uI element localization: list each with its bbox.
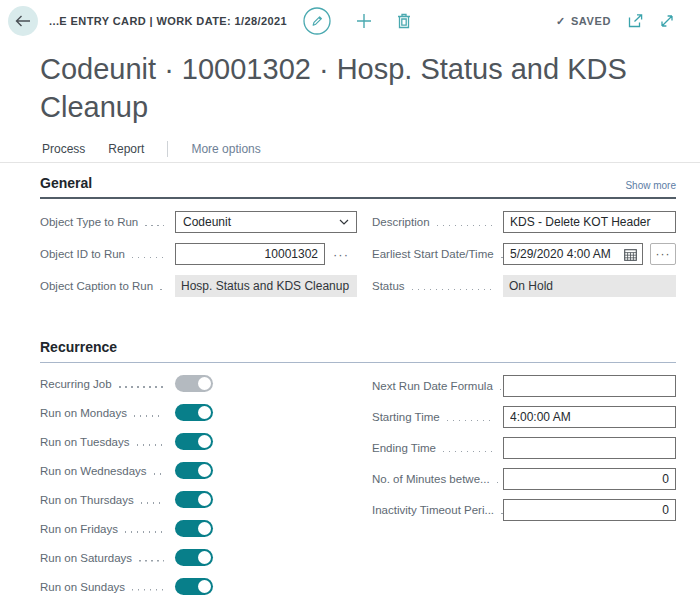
- field-object-caption-to-run: Object Caption to Run Hosp. Status and K…: [40, 275, 357, 297]
- field-label: Object Type to Run: [40, 216, 138, 228]
- expand-diagonal-icon: [660, 14, 674, 28]
- dotted-leader: [437, 224, 492, 226]
- recurrence-section-title[interactable]: Recurrence: [40, 339, 117, 355]
- run-on-thursdays-toggle[interactable]: [175, 491, 213, 508]
- field-label: Run on Mondays: [40, 407, 127, 419]
- general-section: General Show more Object Type to Run Cod…: [0, 175, 700, 307]
- topbar-actions: [303, 0, 411, 42]
- run-on-mondays-toggle[interactable]: [175, 404, 213, 421]
- field-label: Next Run Date Formula: [372, 380, 493, 392]
- field-label: Object Caption to Run: [40, 280, 153, 292]
- dotted-leader: [137, 444, 164, 446]
- starting-time-input[interactable]: [503, 406, 676, 428]
- field-run-on-thursdays: Run on Thursdays: [40, 491, 357, 508]
- description-input[interactable]: [503, 211, 676, 233]
- field-label: Run on Sundays: [40, 581, 125, 593]
- field-run-on-tuesdays: Run on Tuesdays: [40, 433, 357, 450]
- datetime-assist-button[interactable]: ···: [650, 243, 676, 265]
- open-in-new-window-button[interactable]: [628, 14, 643, 28]
- field-description: Description: [372, 211, 676, 233]
- dotted-leader: [160, 288, 164, 290]
- general-section-title[interactable]: General: [40, 175, 92, 191]
- field-run-on-sundays: Run on Sundays: [40, 578, 357, 595]
- field-label: Run on Saturdays: [40, 552, 132, 564]
- object-type-select[interactable]: Codeunit: [175, 211, 357, 233]
- saved-label: SAVED: [571, 15, 611, 27]
- back-button[interactable]: [8, 6, 38, 36]
- dotted-leader: [497, 481, 501, 483]
- dotted-leader: [132, 256, 164, 258]
- general-right-column: Description Earliest Start Date/Time: [372, 211, 676, 307]
- earliest-start-datetime-input[interactable]: [503, 243, 643, 265]
- page-title: Codeunit · 10001302 · Hosp. Status and K…: [40, 50, 676, 126]
- recurrence-right-column: Next Run Date Formula Starting Time Endi…: [372, 375, 676, 598]
- dotted-leader: [145, 224, 164, 226]
- field-label: Object ID to Run: [40, 248, 125, 260]
- field-next-run-date-formula: Next Run Date Formula: [372, 375, 676, 397]
- dotted-leader: [125, 531, 164, 533]
- field-label: Status: [372, 280, 405, 292]
- field-recurring-job: Recurring Job: [40, 375, 357, 392]
- status-readonly: On Hold: [503, 275, 676, 297]
- field-inactivity-timeout-period: Inactivity Timeout Peri...: [372, 499, 676, 521]
- dotted-leader: [139, 560, 164, 562]
- edit-button[interactable]: [303, 7, 331, 35]
- recurrence-left-column: Recurring Job Run on Mondays Run on Tues…: [40, 375, 357, 598]
- field-run-on-wednesdays: Run on Wednesdays: [40, 462, 357, 479]
- object-caption-readonly: Hosp. Status and KDS Cleanup: [175, 275, 357, 297]
- dotted-leader: [134, 415, 164, 417]
- menu-more-options[interactable]: More options: [191, 142, 260, 156]
- arrow-left-icon: [15, 15, 31, 27]
- document-caption: ...E ENTRY CARD | WORK DATE: 1/28/2021: [49, 15, 287, 27]
- expand-button[interactable]: [660, 14, 674, 28]
- field-ending-time: Ending Time: [372, 437, 676, 459]
- field-label: Description: [372, 216, 430, 228]
- field-label: Run on Tuesdays: [40, 436, 130, 448]
- dotted-leader: [447, 419, 492, 421]
- inactivity-timeout-period-input[interactable]: [503, 499, 676, 521]
- topbar-status-area: ✓ SAVED: [556, 0, 674, 42]
- new-button[interactable]: [356, 13, 372, 29]
- run-on-saturdays-toggle[interactable]: [175, 549, 213, 566]
- field-run-on-saturdays: Run on Saturdays: [40, 549, 357, 566]
- dotted-leader: [412, 288, 492, 290]
- show-more-link[interactable]: Show more: [625, 180, 676, 191]
- field-status: Status On Hold: [372, 275, 676, 297]
- field-object-type-to-run: Object Type to Run Codeunit: [40, 211, 357, 233]
- popout-icon: [628, 14, 643, 28]
- ending-time-input[interactable]: [503, 437, 676, 459]
- object-type-value: Codeunit: [183, 215, 339, 229]
- menu-report[interactable]: Report: [108, 142, 144, 156]
- field-label: Recurring Job: [40, 378, 112, 390]
- pencil-icon: [303, 7, 331, 35]
- recurring-job-toggle[interactable]: [175, 375, 213, 392]
- field-minutes-between-runs: No. of Minutes betwe...: [372, 468, 676, 490]
- next-run-date-formula-input[interactable]: [503, 375, 676, 397]
- object-id-input[interactable]: [175, 243, 325, 265]
- field-label: Run on Wednesdays: [40, 465, 147, 477]
- check-icon: ✓: [556, 15, 566, 28]
- run-on-sundays-toggle[interactable]: [175, 578, 213, 595]
- field-label: No. of Minutes betwe...: [372, 473, 490, 485]
- delete-button[interactable]: [397, 13, 411, 29]
- run-on-fridays-toggle[interactable]: [175, 520, 213, 537]
- menu-process[interactable]: Process: [42, 142, 85, 156]
- plus-icon: [356, 13, 372, 29]
- general-left-column: Object Type to Run Codeunit Object ID to…: [40, 211, 357, 307]
- run-on-tuesdays-toggle[interactable]: [175, 433, 213, 450]
- dotted-leader: [119, 386, 164, 388]
- run-on-wednesdays-toggle[interactable]: [175, 462, 213, 479]
- assist-edit-icon[interactable]: ···: [333, 247, 349, 262]
- field-label: Ending Time: [372, 442, 436, 454]
- field-label: Earliest Start Date/Time: [372, 248, 494, 260]
- dotted-leader: [154, 473, 164, 475]
- field-run-on-mondays: Run on Mondays: [40, 404, 357, 421]
- field-label: Run on Fridays: [40, 523, 118, 535]
- field-object-id-to-run: Object ID to Run ···: [40, 243, 357, 265]
- dotted-leader: [141, 502, 164, 504]
- dotted-leader: [443, 450, 492, 452]
- minutes-between-runs-input[interactable]: [503, 468, 676, 490]
- field-label: Starting Time: [372, 411, 440, 423]
- field-label: Inactivity Timeout Peri...: [372, 504, 494, 516]
- chevron-down-icon: [339, 219, 349, 225]
